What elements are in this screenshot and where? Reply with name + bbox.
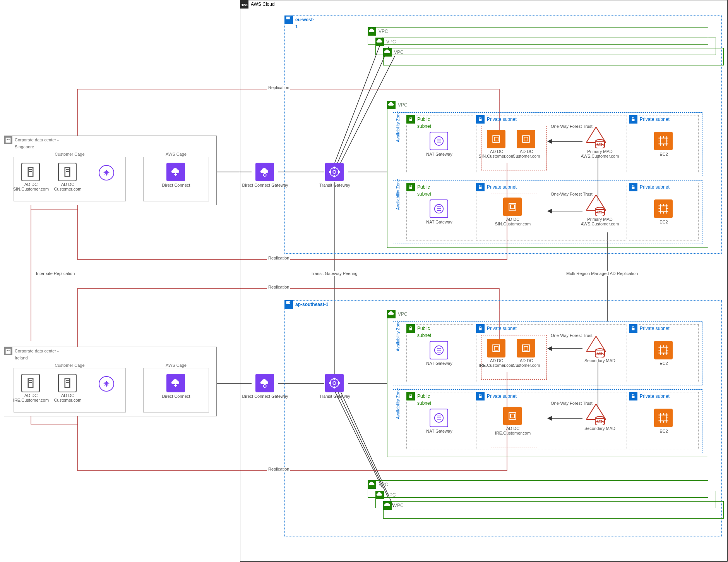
ad-dc-instance-icon xyxy=(487,130,505,148)
svg-rect-78 xyxy=(493,136,500,143)
dx-gateway-icon xyxy=(255,374,274,392)
trust-label: One-Way Forest Trust xyxy=(550,124,594,129)
svg-rect-87 xyxy=(524,346,528,350)
svg-point-62 xyxy=(338,171,339,173)
nat-label: NAT Gateway xyxy=(412,220,466,224)
dx-gateway-icon xyxy=(255,163,274,181)
multi-region-mad-label: Multi Region Managed AD Replication xyxy=(565,271,639,276)
mad-secondary-ap-az1: Secondary MAD xyxy=(569,358,631,363)
replication-label: Replication xyxy=(267,467,290,471)
svg-point-63 xyxy=(263,385,266,388)
transit-gateway-label: Transit Gateway xyxy=(308,183,362,187)
svg-rect-86 xyxy=(522,345,529,352)
ec2-icon xyxy=(654,409,673,427)
managed-ad-icon: MS xyxy=(586,127,606,148)
svg-point-56 xyxy=(263,174,266,177)
managed-ad-icon: MS xyxy=(586,195,606,216)
replication-label: Replication xyxy=(267,85,290,90)
region-label: ap-southeast-1 xyxy=(284,300,331,309)
router-icon xyxy=(99,376,114,392)
nat-gateway-icon xyxy=(430,132,448,150)
svg-rect-80 xyxy=(522,136,529,143)
nat-gateway-icon xyxy=(430,409,448,427)
server-icon xyxy=(58,374,77,392)
addc-ire-ap-az2: AD DCIRE.Customer.com xyxy=(486,426,540,435)
svg-point-68 xyxy=(329,382,331,384)
addc-cust-ap-az1: AD DCCustomer.com xyxy=(499,358,553,368)
managed-ad-icon: MS xyxy=(586,336,606,357)
svg-point-69 xyxy=(338,382,339,384)
replication-label: Replication xyxy=(267,256,290,260)
server-icon xyxy=(58,163,77,181)
svg-rect-83 xyxy=(510,205,514,209)
ec2-label: EC2 xyxy=(637,361,691,366)
direct-connect-icon xyxy=(166,374,185,392)
vpc-stack-ap-3: VPC xyxy=(383,501,724,519)
nat-label: NAT Gateway xyxy=(412,152,466,156)
svg-point-65 xyxy=(333,382,336,385)
ec2-icon xyxy=(654,199,673,218)
transit-gateway-icon xyxy=(325,374,344,392)
svg-rect-84 xyxy=(493,345,500,352)
svg-point-66 xyxy=(334,378,335,380)
ad-dc-instance-icon xyxy=(517,130,535,148)
nat-gateway-icon xyxy=(430,341,448,359)
svg-rect-88 xyxy=(509,412,516,419)
svg-point-67 xyxy=(334,387,335,388)
svg-rect-85 xyxy=(494,346,498,350)
direct-connect-icon xyxy=(166,163,185,181)
nat-gateway-icon xyxy=(430,199,448,218)
direct-connect-label: Direct Connect xyxy=(149,394,203,399)
addc-cust-onprem-ire: AD DCCustomer.com xyxy=(41,393,95,402)
ec2-icon xyxy=(654,341,673,359)
svg-text:MS: MS xyxy=(597,352,603,356)
dx-gateway-label: Direct Connect Gateway xyxy=(238,183,292,187)
svg-rect-79 xyxy=(494,137,498,141)
svg-point-61 xyxy=(329,171,331,173)
ad-dc-instance-icon xyxy=(503,198,522,216)
tgw-peering-label: Transit Gateway Peering xyxy=(310,271,359,276)
transit-gateway-icon xyxy=(325,163,344,181)
direct-connect-label: Direct Connect xyxy=(149,183,203,187)
vpc-stack-3: VPC xyxy=(383,48,724,65)
router-icon xyxy=(99,165,114,180)
svg-text:MS: MS xyxy=(597,210,603,214)
managed-ad-icon: MS xyxy=(586,404,606,425)
svg-rect-77 xyxy=(661,415,666,421)
svg-rect-81 xyxy=(524,137,528,141)
replication-label: Replication xyxy=(267,285,290,289)
svg-point-64 xyxy=(330,379,339,388)
region-label: eu-west-1 xyxy=(284,15,318,31)
aws-cloud-label: AWS Cloud xyxy=(240,0,278,9)
ad-dc-instance-icon xyxy=(517,339,535,357)
nat-label: NAT Gateway xyxy=(412,361,466,366)
transit-gateway-label: Transit Gateway xyxy=(308,394,362,399)
svg-rect-76 xyxy=(661,347,666,353)
trust-label: One-Way Forest Trust xyxy=(550,192,594,196)
svg-point-57 xyxy=(330,168,339,177)
ad-dc-instance-icon xyxy=(487,339,505,357)
dx-gateway-label: Direct Connect Gateway xyxy=(238,394,292,399)
svg-rect-75 xyxy=(661,206,666,212)
mad-primary-eu-az1: Primary MADAWS.Customer.com xyxy=(569,149,631,158)
svg-point-60 xyxy=(334,175,335,177)
svg-rect-74 xyxy=(661,138,666,144)
svg-text:MS: MS xyxy=(597,419,603,423)
ad-dc-instance-icon xyxy=(503,407,522,425)
ec2-label: EC2 xyxy=(637,152,691,156)
server-icon xyxy=(21,163,40,181)
mad-primary-eu-az2: Primary MADAWS.Customer.com xyxy=(569,217,631,226)
svg-text:MS: MS xyxy=(597,143,603,146)
svg-point-59 xyxy=(334,167,335,168)
addc-cust-onprem-sin: AD DCCustomer.com xyxy=(41,182,95,191)
ec2-icon xyxy=(654,132,673,150)
ec2-label: EC2 xyxy=(637,429,691,433)
mad-secondary-ap-az2: Secondary MAD xyxy=(569,426,631,431)
server-icon xyxy=(21,374,40,392)
ec2-label: EC2 xyxy=(637,220,691,224)
trust-label: One-Way Forest Trust xyxy=(550,333,594,338)
intersite-label: Inter-site Replication xyxy=(35,271,76,276)
svg-point-58 xyxy=(333,170,336,174)
trust-label: One-Way Forest Trust xyxy=(550,401,594,406)
svg-rect-89 xyxy=(510,414,514,418)
